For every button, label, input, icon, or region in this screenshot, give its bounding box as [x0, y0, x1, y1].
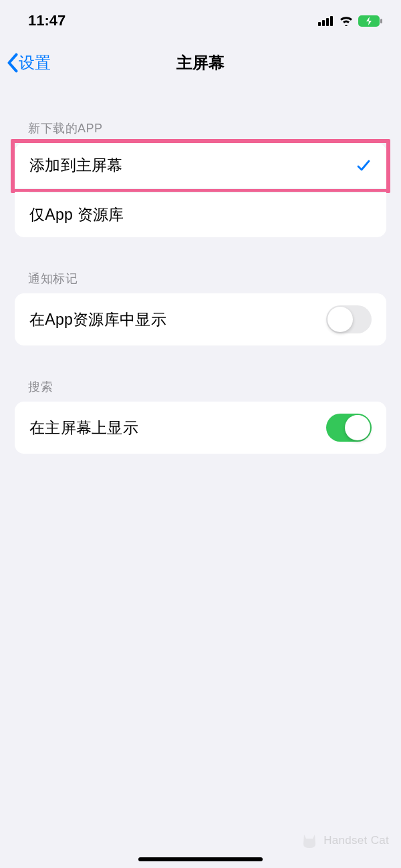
checkmark-icon: [356, 158, 372, 174]
row-show-in-app-library: 在App资源库中显示: [15, 293, 386, 345]
row-show-on-home-screen: 在主屏幕上显示: [15, 402, 386, 454]
svg-rect-1: [322, 20, 325, 26]
status-time: 11:47: [28, 12, 65, 29]
highlight-annotation: 添加到主屏幕: [11, 139, 390, 193]
option-label: 仅App 资源库: [29, 204, 124, 225]
svg-rect-3: [330, 16, 333, 26]
svg-rect-2: [326, 18, 329, 26]
navigation-bar: 设置 主屏幕: [0, 37, 401, 84]
svg-rect-5: [380, 19, 382, 23]
option-app-library-only[interactable]: 仅App 资源库: [15, 192, 386, 237]
section-header-new-apps: 新下载的APP: [15, 84, 386, 143]
svg-rect-0: [318, 22, 321, 26]
watermark: Handset Cat: [301, 832, 389, 849]
option-label: 添加到主屏幕: [29, 155, 123, 176]
toggle-home-screen-search[interactable]: [326, 414, 372, 442]
toggle-knob: [327, 307, 353, 332]
cat-logo-icon: [301, 832, 318, 849]
toggle-knob: [345, 415, 370, 440]
row-label: 在App资源库中显示: [29, 309, 166, 330]
status-icons: [318, 15, 382, 27]
status-bar: 11:47: [0, 0, 401, 37]
row-label: 在主屏幕上显示: [29, 418, 138, 438]
section-header-search: 搜索: [15, 345, 386, 402]
section-header-notification-badges: 通知标记: [15, 237, 386, 293]
cellular-icon: [318, 15, 334, 26]
chevron-left-icon: [7, 53, 19, 73]
battery-charging-icon: [358, 15, 382, 27]
wifi-icon: [339, 15, 354, 26]
watermark-text: Handset Cat: [323, 834, 389, 847]
option-add-to-home-screen[interactable]: 添加到主屏幕: [15, 143, 386, 188]
page-title: 主屏幕: [176, 52, 225, 74]
back-label: 设置: [19, 52, 51, 74]
back-button[interactable]: 设置: [7, 52, 51, 74]
toggle-app-library-badges[interactable]: [326, 305, 372, 333]
home-indicator[interactable]: [138, 857, 263, 861]
